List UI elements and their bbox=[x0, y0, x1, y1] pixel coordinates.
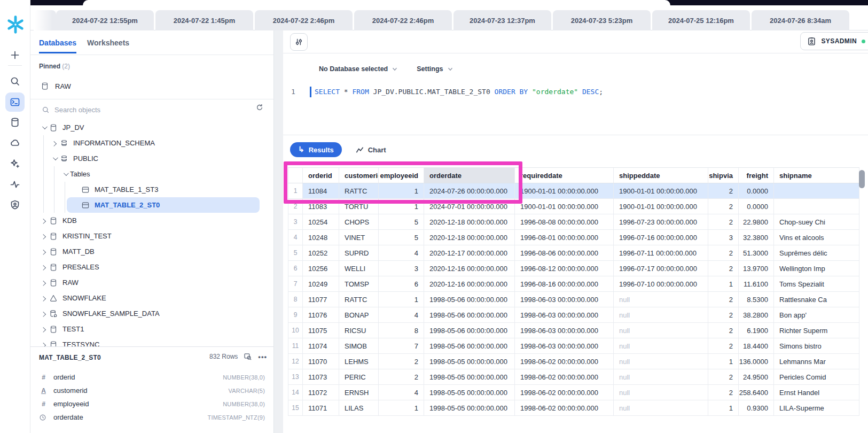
worksheet-tab[interactable]: 2024-07-26 8:34am bbox=[752, 10, 849, 30]
cell-shipvia[interactable]: 2 bbox=[708, 261, 739, 276]
cell-orderdate[interactable]: 1998-05-05 00:00:00.000 bbox=[424, 354, 515, 369]
cell-employeeid[interactable]: 1 bbox=[379, 199, 424, 214]
cell-orderid[interactable]: 11076 bbox=[303, 307, 339, 323]
cell-orderdate[interactable]: 1998-05-05 00:00:00.000 bbox=[424, 385, 515, 400]
vertical-scrollbar-thumb[interactable] bbox=[859, 170, 865, 188]
tree-item-mat_table_1_st3[interactable]: MAT_TABLE_1_ST3 bbox=[30, 182, 273, 197]
cell-shippeddate[interactable]: null bbox=[614, 354, 708, 369]
cell-shipvia[interactable]: 1 bbox=[708, 400, 739, 416]
table-row[interactable]: 710249TOMSP62020-12-16 00:00:00.0001996-… bbox=[288, 276, 859, 292]
role-selector-button[interactable]: SYSADMIN bbox=[800, 32, 868, 50]
cell-shippeddate[interactable]: 1900-01-01 00:00:00.000 bbox=[614, 199, 708, 214]
table-row[interactable]: 1511071LILAS11998-05-05 00:00:00.0001998… bbox=[288, 400, 859, 416]
table-row[interactable]: 1411072ERNSH41998-05-05 00:00:00.0001998… bbox=[288, 385, 859, 400]
cell-shipname[interactable]: Lehmanns Mar bbox=[774, 354, 859, 369]
tab-chart[interactable]: Chart bbox=[356, 146, 386, 154]
activity-icon[interactable] bbox=[5, 175, 25, 194]
chevron-right-icon[interactable] bbox=[39, 312, 49, 315]
tree-item-presales[interactable]: PRESALES bbox=[30, 259, 273, 275]
more-actions-icon[interactable]: ••• bbox=[258, 353, 267, 361]
tree-item-kristin_test[interactable]: KRISTIN_TEST bbox=[30, 228, 273, 244]
cell-shippeddate[interactable]: null bbox=[614, 400, 708, 416]
worksheet-tab[interactable]: 2024-07-23 12:37pm bbox=[453, 10, 551, 30]
cell-customerid[interactable]: LILAS bbox=[339, 400, 379, 416]
cell-orderid[interactable]: 11073 bbox=[303, 369, 339, 385]
chevron-right-icon[interactable] bbox=[39, 343, 49, 346]
cell-orderid[interactable]: 11077 bbox=[303, 292, 339, 307]
tree-item-raw[interactable]: RAW bbox=[30, 275, 273, 290]
worksheets-console-icon[interactable] bbox=[5, 92, 25, 112]
snowflake-logo[interactable] bbox=[6, 15, 25, 34]
cell-shippeddate[interactable]: 1996-07-17 00:00:00.000 bbox=[614, 261, 708, 276]
tree-item-tables[interactable]: Tables bbox=[30, 166, 273, 182]
cell-orderid[interactable]: 10254 bbox=[303, 214, 339, 230]
cell-shippeddate[interactable]: 1996-07-11 00:00:00.000 bbox=[614, 245, 708, 261]
cell-requireddate[interactable]: 1996-08-16 00:00:00.000 bbox=[515, 276, 614, 292]
column-header-orderid[interactable]: orderid bbox=[303, 167, 339, 183]
cell-freight[interactable]: 18.4400 bbox=[739, 338, 774, 354]
cell-orderid[interactable]: 11070 bbox=[303, 354, 339, 369]
cell-customerid[interactable]: ERNSH bbox=[339, 385, 379, 400]
cell-shippeddate[interactable]: null bbox=[614, 338, 708, 354]
tree-item-snowflake_sample_data[interactable]: SNOWFLAKE_SAMPLE_DATA bbox=[30, 306, 273, 321]
cell-shippeddate[interactable]: null bbox=[614, 292, 708, 307]
table-row[interactable]: 310254CHOPS52020-12-18 00:00:00.0001996-… bbox=[288, 214, 859, 230]
data-icon[interactable] bbox=[5, 113, 25, 132]
row-number[interactable]: 8 bbox=[288, 292, 303, 307]
cell-customerid[interactable]: LEHMS bbox=[339, 354, 379, 369]
cell-shipname[interactable]: Vins et alcools bbox=[774, 230, 859, 245]
row-number[interactable]: 2 bbox=[288, 199, 303, 214]
cell-requireddate[interactable]: 1996-08-06 00:00:00.000 bbox=[515, 245, 614, 261]
worksheet-tab[interactable]: 2024-07-22 2:46pm bbox=[255, 10, 353, 30]
ai-sparkles-icon[interactable] bbox=[5, 154, 25, 173]
cell-orderdate[interactable]: 2020-12-18 00:00:00.000 bbox=[424, 214, 515, 230]
row-number[interactable]: 11 bbox=[288, 338, 303, 354]
cell-shipname[interactable]: Rattlesnake Ca bbox=[774, 292, 859, 307]
table-row[interactable]: 911076BONAP41998-05-06 00:00:00.0001998-… bbox=[288, 307, 859, 323]
table-row[interactable]: 111084RATTC12024-07-26 00:00:00.0001900-… bbox=[288, 183, 859, 199]
cell-requireddate[interactable]: 1998-06-02 00:00:00.000 bbox=[515, 369, 614, 385]
cell-shipname[interactable]: Simons bistro bbox=[774, 338, 859, 354]
cell-shipname[interactable]: Ernst Handel bbox=[774, 385, 859, 400]
tree-item-jp_dv[interactable]: JP_DV bbox=[30, 120, 273, 135]
tree-item-matt_db[interactable]: MATT_DB bbox=[30, 244, 273, 259]
table-row[interactable]: 1011075RICSU81998-05-06 00:00:00.0001998… bbox=[288, 323, 859, 338]
cell-orderid[interactable]: 10256 bbox=[303, 261, 339, 276]
column-header-customerid[interactable]: customerid bbox=[339, 167, 379, 183]
chevron-right-icon[interactable] bbox=[39, 296, 49, 300]
cell-orderdate[interactable]: 1998-05-06 00:00:00.000 bbox=[424, 307, 515, 323]
cell-orderid[interactable]: 11083 bbox=[303, 199, 339, 214]
cell-shipvia[interactable]: 2 bbox=[708, 214, 739, 230]
cell-requireddate[interactable]: 1900-01-01 00:00:00.000 bbox=[515, 183, 614, 199]
cell-employeeid[interactable]: 4 bbox=[379, 385, 424, 400]
cell-shipvia[interactable]: 2 bbox=[708, 183, 739, 199]
cell-requireddate[interactable]: 1996-08-01 00:00:00.000 bbox=[515, 230, 614, 245]
cell-freight[interactable]: 0.0000 bbox=[739, 183, 774, 199]
cell-customerid[interactable]: VINET bbox=[339, 230, 379, 245]
table-row[interactable]: 211083TORTU12024-07-01 00:00:00.0001900-… bbox=[288, 199, 859, 214]
cell-shipvia[interactable]: 1 bbox=[708, 354, 739, 369]
cell-requireddate[interactable]: 1900-01-01 00:00:00.000 bbox=[515, 199, 614, 214]
cell-employeeid[interactable]: 1 bbox=[379, 183, 424, 199]
cell-orderdate[interactable]: 2020-12-16 00:00:00.000 bbox=[424, 276, 515, 292]
cell-orderdate[interactable]: 1998-05-06 00:00:00.000 bbox=[424, 292, 515, 307]
cell-customerid[interactable]: TORTU bbox=[339, 199, 379, 214]
settings-dropdown[interactable]: Settings bbox=[417, 65, 452, 73]
column-header-shipvia[interactable]: shipvia bbox=[708, 167, 739, 183]
cell-shippeddate[interactable]: 1996-07-16 00:00:00.000 bbox=[614, 230, 708, 245]
cell-shipvia[interactable]: 1 bbox=[708, 276, 739, 292]
table-row[interactable]: 410248VINET52020-12-18 00:00:00.0001996-… bbox=[288, 230, 859, 245]
cell-customerid[interactable]: RICSU bbox=[339, 323, 379, 338]
cell-employeeid[interactable]: 4 bbox=[379, 307, 424, 323]
chevron-right-icon[interactable] bbox=[39, 234, 49, 238]
cell-employeeid[interactable]: 5 bbox=[379, 214, 424, 230]
cell-shippeddate[interactable]: null bbox=[614, 323, 708, 338]
row-number[interactable]: 13 bbox=[288, 369, 303, 385]
worksheet-tab-partial[interactable] bbox=[34, 10, 56, 30]
chevron-right-icon[interactable] bbox=[39, 250, 49, 253]
cell-orderdate[interactable]: 2024-07-01 00:00:00.000 bbox=[424, 199, 515, 214]
cell-shipname[interactable]: Wellington Imp bbox=[774, 261, 859, 276]
row-number[interactable]: 12 bbox=[288, 354, 303, 369]
column-header-orderdate[interactable]: orderdate bbox=[424, 167, 515, 183]
cell-freight[interactable]: 8.5300 bbox=[739, 292, 774, 307]
